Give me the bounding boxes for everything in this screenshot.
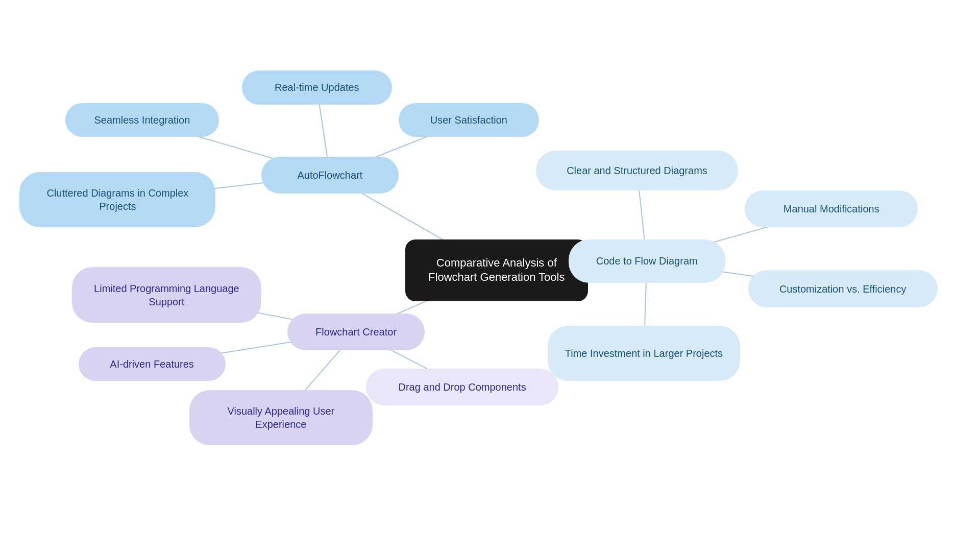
user-satisfaction-node[interactable]: User Satisfaction: [399, 103, 539, 137]
customization-node[interactable]: Customization vs. Efficiency: [748, 270, 938, 307]
clear-structured-node[interactable]: Clear and Structured Diagrams: [536, 151, 739, 190]
real-time-updates-node[interactable]: Real-time Updates: [242, 70, 392, 104]
time-investment-node[interactable]: Time Investment in Larger Projects: [548, 326, 741, 381]
mindmap-container: Comparative Analysis of Flowchart Genera…: [0, 0, 980, 553]
center-node: Comparative Analysis of Flowchart Genera…: [405, 239, 588, 301]
ai-driven-node[interactable]: AI-driven Features: [79, 347, 226, 381]
flowchart-creator-node[interactable]: Flowchart Creator: [287, 314, 425, 350]
cluttered-diagrams-node[interactable]: Cluttered Diagrams in Complex Projects: [19, 172, 215, 227]
drag-drop-node[interactable]: Drag and Drop Components: [366, 369, 559, 405]
visually-appealing-node[interactable]: Visually Appealing User Experience: [189, 390, 372, 445]
autoflowchart-node[interactable]: AutoFlowchart: [261, 157, 399, 194]
manual-mod-node[interactable]: Manual Modifications: [745, 190, 918, 227]
code-to-flow-node[interactable]: Code to Flow Diagram: [569, 239, 725, 282]
limited-lang-support-node[interactable]: Limited Programming Language Support: [72, 267, 261, 322]
seamless-integration-node[interactable]: Seamless Integration: [65, 103, 219, 137]
